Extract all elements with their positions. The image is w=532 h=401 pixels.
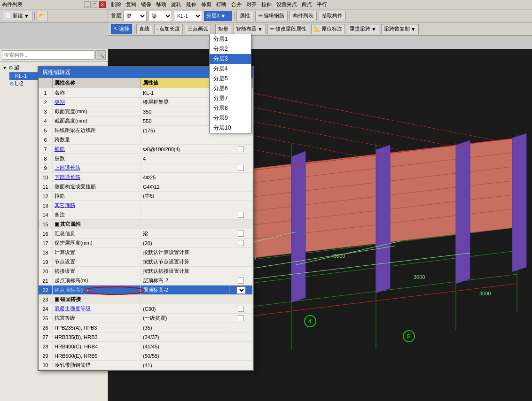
name-select[interactable]: KL-1 [174, 11, 202, 21]
row-name: HRB400(C), HRB4 [53, 342, 141, 351]
rect-btn[interactable]: 矩形 [215, 24, 231, 34]
new-btn[interactable]: 📄 新建 ▼ [2, 11, 32, 21]
inplace-mark-btn[interactable]: 📐 原位标注 [311, 24, 345, 34]
row-value[interactable]: Φ8@100/200(4) [141, 145, 229, 154]
checkbox[interactable] [238, 212, 244, 218]
stretch-btn[interactable]: 拉伸 [261, 1, 272, 8]
row-value[interactable]: 按默认搭接设置计算 [141, 267, 229, 276]
layer-option-9[interactable]: 分层9 [210, 113, 251, 123]
set-point-btn[interactable]: 设置夹点 [276, 1, 297, 8]
move-btn[interactable]: 移动 [156, 1, 166, 8]
extend-btn[interactable]: 延伸 [186, 1, 196, 8]
select-tool-btn[interactable]: ↖ 选择 [111, 24, 132, 34]
maximize-btn[interactable]: □ [92, 1, 98, 8]
break-btn[interactable]: 打断 [216, 1, 227, 8]
row-name[interactable]: 箍筋 [53, 145, 141, 154]
minimize-btn[interactable]: _ [84, 1, 91, 8]
layer-select-btn[interactable]: 分层3 ▼ [204, 11, 232, 21]
layer-option-7[interactable]: 分层7 [210, 93, 251, 103]
row-extra[interactable] [229, 276, 253, 285]
row-value[interactable]: 层顶标高-2 [141, 285, 229, 294]
close-btn[interactable]: ✕ [99, 1, 106, 8]
checkbox[interactable] [238, 146, 244, 152]
floor-select[interactable]: 梁 [123, 11, 147, 21]
row-name[interactable]: 上部通长筋 [53, 163, 141, 172]
layer-option-6[interactable]: 分层6 [210, 84, 251, 93]
line-tool-btn[interactable]: 直线 [136, 24, 152, 34]
two-point-btn[interactable]: 两点 [302, 1, 312, 8]
search-button[interactable]: 🔍 [95, 50, 106, 60]
layer-option-3[interactable]: 分层3 [210, 54, 251, 64]
row-name[interactable]: 混凝土强度等级 [53, 304, 141, 313]
component-list-btn[interactable]: 构件列表 [289, 11, 317, 21]
checkbox[interactable] [238, 315, 244, 321]
layer-option-2[interactable]: 分层2 [210, 44, 251, 54]
re-extract-btn[interactable]: 重提梁跨 ▼ [347, 24, 379, 34]
search-input[interactable] [2, 50, 94, 60]
smart-layout-btn[interactable]: 智能布置 ▼ [233, 24, 266, 34]
pick-component-btn[interactable]: 拾取构件 [319, 11, 346, 21]
checkbox[interactable] [238, 165, 244, 171]
row-name[interactable]: 类别 [53, 98, 141, 107]
row-extra[interactable]: ▼ [229, 285, 253, 294]
row-value[interactable]: (50/55) [141, 351, 229, 360]
row-extra[interactable] [229, 145, 253, 154]
row-value[interactable]: 按默认计算设置计算 [141, 248, 229, 257]
edit-rebar-btn[interactable]: ✏ 编辑钢筋 [255, 11, 288, 21]
row-value[interactable] [141, 201, 229, 210]
row-num: 12 [39, 192, 53, 200]
row-value[interactable]: (41/45) [141, 342, 229, 351]
checkbox[interactable] [238, 278, 244, 284]
row-name[interactable]: 其它箍筋 [53, 201, 141, 210]
modify-segment-btn[interactable]: ✏ 修改梁段属性 [267, 24, 309, 34]
open-file-btn[interactable]: 📂 [37, 11, 48, 21]
row-extra[interactable] [229, 304, 253, 313]
row-value[interactable]: (C30) [141, 304, 229, 313]
layer-option-4[interactable]: 分层4 [210, 64, 251, 74]
merge-btn[interactable]: 合并 [231, 1, 242, 8]
props-row-selected[interactable]: 22 终点顶标高(m) 层顶标高-2 ▼ [39, 285, 253, 295]
layer-option-1[interactable]: 分层1 [210, 34, 251, 44]
arc-btn[interactable]: 三点画弧 [185, 24, 211, 34]
row-value[interactable] [141, 135, 229, 144]
row-extra[interactable] [229, 163, 253, 172]
row-value[interactable]: (34/37) [141, 332, 229, 341]
row-extra[interactable] [229, 314, 253, 323]
row-value[interactable]: 梁 [141, 229, 229, 238]
props-tab-btn[interactable]: 属性 [236, 11, 253, 21]
layer-option-5[interactable]: 分层5 [210, 74, 251, 84]
copy-btn[interactable]: 复制 [126, 1, 136, 8]
row-value[interactable]: G4Φ12 [141, 182, 229, 191]
checkbox[interactable] [238, 231, 244, 237]
row-extra[interactable] [229, 229, 253, 238]
rotate-btn[interactable]: 旋转 [171, 1, 181, 8]
layer-option-8[interactable]: 分层8 [210, 103, 251, 113]
mirror-btn[interactable]: 镜像 [141, 1, 151, 8]
row-value[interactable]: 4 [141, 154, 229, 163]
row-dropdown[interactable]: ▼ [236, 286, 246, 294]
trim-btn[interactable]: 修剪 [201, 1, 211, 8]
parallel-btn[interactable]: 平行 [317, 1, 327, 8]
row-name[interactable]: 下部通长筋 [53, 173, 141, 182]
row-value[interactable]: (35) [141, 323, 229, 332]
type-select[interactable]: 梁 [149, 11, 172, 21]
row-value[interactable]: 4Φ25 [141, 173, 229, 182]
row-value[interactable]: (41) [141, 361, 229, 370]
row-value[interactable]: (中6) [141, 192, 229, 200]
row-value[interactable] [141, 163, 229, 172]
align-btn[interactable]: 对齐 [246, 1, 257, 8]
row-value[interactable]: (20) [141, 239, 229, 247]
layer-option-10[interactable]: 分层10 [210, 123, 251, 133]
row-value[interactable] [141, 210, 229, 219]
checkbox[interactable] [238, 240, 244, 246]
row-value[interactable]: 层顶标高-2 [141, 276, 229, 285]
checkbox[interactable] [238, 306, 244, 312]
point-length-btn[interactable]: · 点加长度 [154, 24, 183, 34]
row-value[interactable]: (一级抗震) [141, 314, 229, 323]
row-extra[interactable] [229, 239, 253, 247]
delete-btn[interactable]: 删除 [111, 1, 121, 8]
copy-span-btn[interactable]: 梁跨数复制 ▼ [381, 24, 419, 34]
row-extra[interactable] [229, 210, 253, 219]
row-value[interactable]: 按默认节点设置计算 [141, 257, 229, 266]
file-toolbar: 📄 新建 ▼ 📂 [0, 9, 108, 23]
